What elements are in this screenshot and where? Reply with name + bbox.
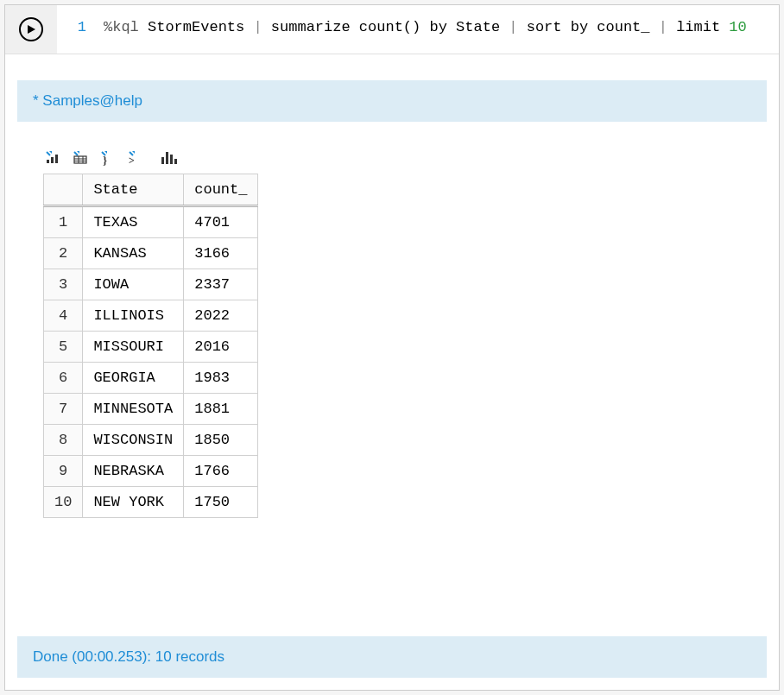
cell-count: 4701 <box>184 206 258 238</box>
table-row[interactable]: 10NEW YORK1750 <box>44 487 258 518</box>
play-icon <box>26 24 36 35</box>
cell-state: NEBRASKA <box>83 456 184 487</box>
export-table-icon[interactable] <box>71 148 90 167</box>
row-index: 1 <box>44 206 83 238</box>
table-row[interactable]: 2KANSAS3166 <box>44 238 258 269</box>
cell-state: GEORGIA <box>83 363 184 394</box>
svg-text:}: } <box>103 154 107 166</box>
code-text: %kql StormEvents | summarize count() by … <box>104 19 779 35</box>
row-index: 10 <box>44 487 83 518</box>
table-row[interactable]: 8WISCONSIN1850 <box>44 425 258 456</box>
cell-count: 2016 <box>184 332 258 363</box>
row-index: 7 <box>44 394 83 425</box>
row-index: 5 <box>44 332 83 363</box>
table-corner <box>44 174 83 206</box>
result-table: State count_ 1TEXAS47012KANSAS31663IOWA2… <box>43 174 258 518</box>
svg-text:>: > <box>129 155 135 166</box>
run-gutter <box>5 5 57 54</box>
code-editor[interactable]: 1 %kql StormEvents | summarize count() b… <box>57 5 779 49</box>
result-block: } > <box>17 148 767 518</box>
bar-chart-icon[interactable] <box>159 148 178 167</box>
svg-rect-17 <box>170 155 173 164</box>
col-header-state[interactable]: State <box>83 174 184 206</box>
cell-count: 1766 <box>184 456 258 487</box>
svg-rect-15 <box>161 157 164 164</box>
col-header-count[interactable]: count_ <box>184 174 258 206</box>
cell-state: ILLINOIS <box>83 300 184 332</box>
output-area: * Samples@help <box>5 54 779 690</box>
svg-rect-6 <box>74 156 86 163</box>
context-info-bar: * Samples@help <box>17 80 767 122</box>
svg-rect-16 <box>166 152 168 164</box>
svg-rect-4 <box>55 155 58 163</box>
svg-marker-5 <box>77 151 79 154</box>
table-row[interactable]: 5MISSOURI2016 <box>44 332 258 363</box>
cell-state: MINNESOTA <box>83 394 184 425</box>
table-row[interactable]: 3IOWA2337 <box>44 269 258 300</box>
table-row[interactable]: 9NEBRASKA1766 <box>44 456 258 487</box>
cell-count: 1881 <box>184 394 258 425</box>
cell-state: WISCONSIN <box>83 425 184 456</box>
cell-state: KANSAS <box>83 238 184 269</box>
row-index: 3 <box>44 269 83 300</box>
row-index: 6 <box>44 363 83 394</box>
cell-state: MISSOURI <box>83 332 184 363</box>
cell-count: 3166 <box>184 238 258 269</box>
table-row[interactable]: 1TEXAS4701 <box>44 206 258 238</box>
row-index: 2 <box>44 238 83 269</box>
cell-count: 1850 <box>184 425 258 456</box>
cell-state: NEW YORK <box>83 487 184 518</box>
svg-marker-1 <box>49 151 52 154</box>
svg-rect-18 <box>174 159 177 164</box>
code-input-row: 1 %kql StormEvents | summarize count() b… <box>5 5 779 54</box>
status-bar: Done (00:00.253): 10 records <box>17 636 767 678</box>
cell-count: 2337 <box>184 269 258 300</box>
svg-rect-2 <box>47 160 49 163</box>
svg-marker-0 <box>28 25 35 34</box>
cell-count: 1750 <box>184 487 258 518</box>
row-index: 9 <box>44 456 83 487</box>
svg-marker-13 <box>132 151 135 154</box>
cell-count: 2022 <box>184 300 258 332</box>
notebook-cell: 1 %kql StormEvents | summarize count() b… <box>4 4 780 691</box>
cell-state: TEXAS <box>83 206 184 238</box>
export-json-icon[interactable]: } <box>98 148 117 167</box>
table-header-row: State count_ <box>44 174 258 206</box>
export-code-icon[interactable]: > <box>126 148 145 167</box>
row-index: 4 <box>44 300 83 332</box>
export-chart-icon[interactable] <box>43 148 62 167</box>
table-row[interactable]: 6GEORGIA1983 <box>44 363 258 394</box>
table-row[interactable]: 4ILLINOIS2022 <box>44 300 258 332</box>
table-row[interactable]: 7MINNESOTA1881 <box>44 394 258 425</box>
cell-count: 1983 <box>184 363 258 394</box>
line-number: 1 <box>60 19 104 35</box>
svg-rect-3 <box>51 157 54 163</box>
result-toolbar: } > <box>43 148 767 167</box>
row-index: 8 <box>44 425 83 456</box>
run-button[interactable] <box>19 17 43 41</box>
cell-state: IOWA <box>83 269 184 300</box>
